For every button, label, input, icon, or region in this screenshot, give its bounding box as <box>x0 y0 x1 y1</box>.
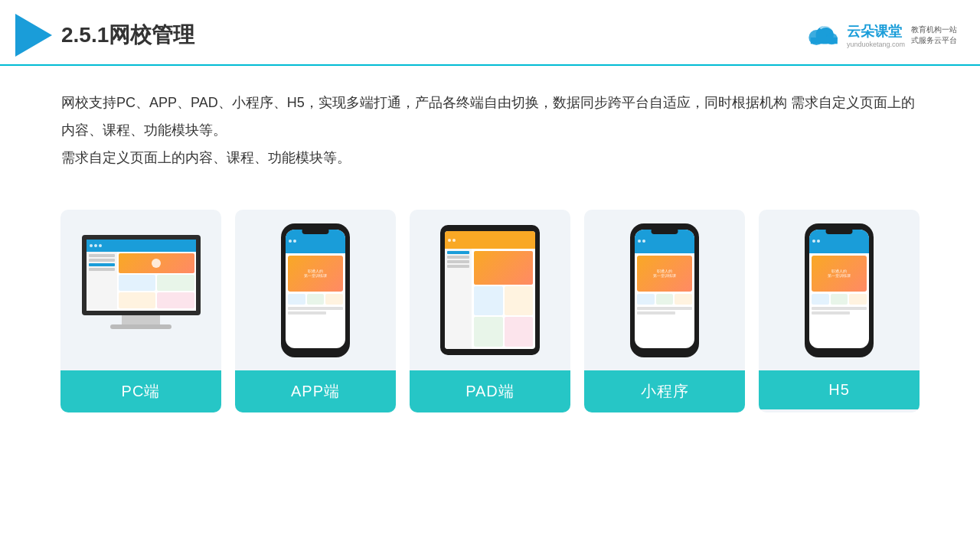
phone-device-app: 职通人的第一堂训练课 <box>281 223 350 357</box>
header-right: 云朵课堂 yunduoketang.com 教育机构一站式服务云平台 <box>802 22 957 49</box>
brand-logo <box>802 22 841 49</box>
page-header: 2.5.1网校管理 云朵课堂 yunduoketang.com 教育机构一站式服… <box>0 0 980 66</box>
card-h5-label: H5 <box>759 370 920 409</box>
page-title: 2.5.1网校管理 <box>61 21 194 50</box>
description-text: 网校支持PC、APP、PAD、小程序、H5，实现多端打通，产品各终端自由切换，数… <box>0 66 980 179</box>
card-h5: 职通人的第一堂训练课 <box>759 210 920 412</box>
card-miniprogram-image: 职通人的第一堂训练课 <box>584 210 745 370</box>
logo-triangle-icon <box>15 14 52 57</box>
card-pad-image <box>410 210 570 370</box>
card-miniprogram-label: 小程序 <box>584 370 745 412</box>
phone-device-miniprogram: 职通人的第一堂训练课 <box>630 223 699 357</box>
brand-url: yunduoketang.com <box>847 41 905 48</box>
card-app-image: 职通人的第一堂训练课 <box>235 210 396 370</box>
tablet-screen <box>445 231 535 349</box>
card-app-label: APP端 <box>235 370 396 412</box>
card-app: 职通人的第一堂训练课 <box>235 210 396 412</box>
brand-text: 云朵课堂 yunduoketang.com <box>847 22 905 48</box>
card-pad: PAD端 <box>410 210 570 412</box>
card-pc-label: PC端 <box>60 370 221 412</box>
svg-rect-3 <box>811 37 838 44</box>
brand-slogan: 教育机构一站式服务云平台 <box>911 24 957 46</box>
monitor-device <box>76 235 206 346</box>
tablet-device <box>440 225 540 355</box>
phone-screen-mini: 职通人的第一堂训练课 <box>635 230 694 348</box>
cloud-icon <box>802 22 841 49</box>
phone-screen-app: 职通人的第一堂训练课 <box>286 230 345 348</box>
phone-notch-h5 <box>826 228 853 234</box>
phone-notch-mini <box>652 228 678 234</box>
phone-notch <box>302 228 329 234</box>
card-h5-image: 职通人的第一堂训练课 <box>759 210 920 370</box>
phone-device-h5: 职通人的第一堂训练课 <box>805 223 874 357</box>
brand-name: 云朵课堂 <box>847 22 902 41</box>
device-cards-container: PC端 职通人的第一堂训练课 <box>0 187 980 412</box>
header-left: 2.5.1网校管理 <box>15 14 194 57</box>
card-pc-image <box>60 210 221 370</box>
phone-screen-h5: 职通人的第一堂训练课 <box>809 230 869 348</box>
card-pc: PC端 <box>60 210 221 412</box>
card-pad-label: PAD端 <box>410 370 570 412</box>
card-miniprogram: 职通人的第一堂训练课 <box>584 210 745 412</box>
monitor-screen <box>82 235 201 315</box>
